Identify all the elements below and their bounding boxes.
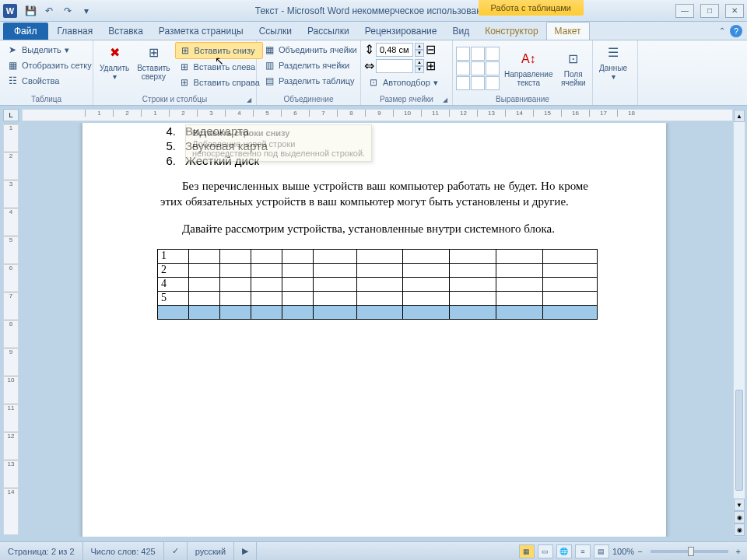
status-words[interactable]: Число слов: 425 — [83, 542, 164, 560]
align-mr[interactable] — [486, 61, 500, 75]
view-full-screen-icon[interactable]: ▭ — [538, 544, 553, 558]
view-web-icon[interactable]: 🌐 — [556, 544, 572, 558]
group-cell-size: ⇕ ▲▼ ⊟ ⇔ ▲▼ ⊞ ⊡Автоподбор ▾ Размер ячейк… — [361, 40, 453, 105]
rows-cols-launcher-icon[interactable]: ◢ — [247, 96, 251, 103]
status-proofing-icon[interactable]: ✓ — [164, 542, 188, 560]
distribute-rows-icon[interactable]: ⊟ — [426, 42, 436, 57]
status-page[interactable]: Страница: 2 из 2 — [0, 542, 83, 560]
height-up-icon[interactable]: ▲ — [415, 43, 424, 50]
align-tc[interactable] — [471, 47, 485, 61]
split-table-icon: ▤ — [263, 75, 275, 87]
row-height-input[interactable] — [376, 43, 413, 57]
redo-icon[interactable]: ↷ — [59, 2, 76, 19]
align-mc[interactable] — [471, 61, 485, 75]
align-tl[interactable] — [456, 47, 470, 61]
delete-button[interactable]: ✖Удалить▾ — [96, 42, 132, 82]
insert-left-button[interactable]: ⊞Вставить слева — [175, 59, 263, 75]
align-bc[interactable] — [471, 76, 485, 90]
align-br[interactable] — [486, 76, 500, 90]
width-up-icon[interactable]: ▲ — [415, 59, 424, 66]
autofit-button[interactable]: ⊡Автоподбор ▾ — [364, 75, 441, 90]
horizontal-ruler[interactable]: 12123456789101112131415161718 — [22, 109, 733, 121]
data-button[interactable]: ☰Данные▾ — [596, 42, 630, 82]
group-merge: ▦Объединить ячейки ▥Разделить ячейки ▤Ра… — [257, 40, 361, 105]
scroll-up-icon[interactable]: ▲ — [734, 110, 745, 122]
help-icon[interactable]: ? — [730, 25, 742, 37]
properties-button[interactable]: ☷Свойства — [3, 73, 95, 89]
ruler-corner[interactable]: L — [3, 109, 19, 121]
qat-dropdown-icon[interactable]: ▾ — [78, 2, 95, 19]
cell-margins-button[interactable]: ⊡Поля ячейки — [557, 48, 589, 89]
zoom-thumb[interactable] — [688, 547, 694, 556]
tab-review[interactable]: Рецензирование — [357, 23, 445, 40]
cell-size-launcher-icon[interactable]: ◢ — [443, 96, 447, 103]
table-row[interactable]: 1 — [158, 249, 598, 263]
minimize-ribbon-icon[interactable]: ⌃ — [719, 26, 725, 35]
view-print-layout-icon[interactable]: ▦ — [519, 544, 535, 558]
insert-above-button[interactable]: ⊞Вставить сверху — [134, 42, 173, 82]
align-tr[interactable] — [486, 47, 500, 61]
view-outline-icon[interactable]: ≡ — [575, 544, 591, 558]
align-bl[interactable] — [456, 76, 470, 90]
group-cell-size-label: Размер ячейки◢ — [364, 94, 449, 105]
tooltip: Вставить строки снизу Добавление новой с… — [185, 124, 372, 162]
insert-right-button[interactable]: ⊞Вставить справа — [175, 75, 263, 90]
table-row[interactable]: 4 — [158, 277, 598, 291]
tab-insert[interactable]: Вставка — [100, 23, 151, 40]
scroll-down-icon[interactable]: ▼ — [734, 499, 745, 511]
select-button[interactable]: ➤Выделить ▾ — [3, 42, 95, 58]
table-row[interactable]: 2 — [158, 263, 598, 277]
prev-page-icon[interactable]: ◉ — [734, 511, 745, 523]
tab-page-layout[interactable]: Разметка страницы — [151, 23, 251, 40]
undo-icon[interactable]: ↶ — [40, 2, 58, 19]
document-area[interactable]: 4.Видеокарта5.Звуковая карта6.Жесткий ди… — [20, 123, 733, 537]
table-row[interactable] — [158, 305, 598, 319]
tab-mailings[interactable]: Рассылки — [300, 23, 357, 40]
status-macro-icon[interactable]: ▶ — [234, 542, 257, 560]
height-down-icon[interactable]: ▼ — [415, 50, 424, 57]
zoom-out-icon[interactable]: − — [637, 547, 642, 556]
document-table[interactable]: 1245 — [157, 249, 598, 320]
align-ml[interactable] — [456, 61, 470, 75]
save-icon[interactable]: 💾 — [22, 2, 39, 19]
group-rows-columns: ✖Удалить▾ ⊞Вставить сверху ⊞Вставить сни… — [93, 40, 257, 105]
width-down-icon[interactable]: ▼ — [415, 66, 424, 73]
word-app-icon[interactable]: W — [3, 4, 17, 18]
view-draft-icon[interactable]: ▤ — [594, 544, 609, 558]
merge-cells-button[interactable]: ▦Объединить ячейки — [260, 42, 360, 58]
tooltip-line1: Добавление новой строки — [192, 139, 365, 149]
quick-access-toolbar: W 💾 ↶ ↷ ▾ — [0, 2, 95, 19]
distribute-cols-icon[interactable]: ⊞ — [426, 58, 436, 73]
zoom-level[interactable]: 100% — [612, 547, 634, 556]
tab-references[interactable]: Ссылки — [251, 23, 300, 40]
scroll-thumb[interactable] — [735, 390, 743, 491]
zoom-slider[interactable] — [651, 550, 728, 553]
table-row[interactable]: 5 — [158, 291, 598, 305]
text-direction-button[interactable]: A↕Направление текста — [501, 48, 556, 89]
gridlines-button[interactable]: ▦Отобразить сетку — [3, 58, 95, 73]
next-page-icon[interactable]: ◉ — [734, 523, 745, 536]
insert-below-button[interactable]: ⊞Вставить снизу — [175, 42, 263, 59]
tab-design[interactable]: Конструктор — [477, 23, 545, 40]
split-table-button[interactable]: ▤Разделить таблицу — [260, 73, 360, 89]
vertical-ruler[interactable]: 1234567891011121314 — [3, 123, 19, 535]
minimize-button[interactable]: — — [675, 4, 694, 18]
paragraph-1[interactable]: Без перечисленных выше устройств ваш ком… — [160, 178, 588, 210]
maximize-button[interactable]: □ — [700, 4, 719, 18]
status-language[interactable]: русский — [188, 542, 234, 560]
alignment-grid — [456, 47, 500, 90]
split-cells-button[interactable]: ▥Разделить ячейки — [260, 58, 360, 73]
insert-below-icon: ⊞ — [179, 44, 191, 57]
tab-file[interactable]: Файл — [3, 23, 48, 40]
tab-view[interactable]: Вид — [444, 23, 477, 40]
paragraph-2[interactable]: Давайте рассмотрим устройства, установле… — [160, 221, 588, 236]
ribbon: ➤Выделить ▾ ▦Отобразить сетку ☷Свойства … — [0, 40, 747, 106]
tab-layout[interactable]: Макет — [546, 22, 590, 40]
col-width-icon: ⇔ — [364, 58, 374, 73]
col-width-input[interactable] — [376, 59, 413, 73]
split-cells-icon: ▥ — [263, 59, 275, 72]
vertical-scrollbar[interactable]: ▲ ▼ ◉ ◉ — [733, 109, 745, 537]
close-button[interactable]: ✕ — [725, 4, 744, 18]
zoom-in-icon[interactable]: + — [736, 547, 741, 556]
tab-home[interactable]: Главная — [50, 23, 101, 40]
